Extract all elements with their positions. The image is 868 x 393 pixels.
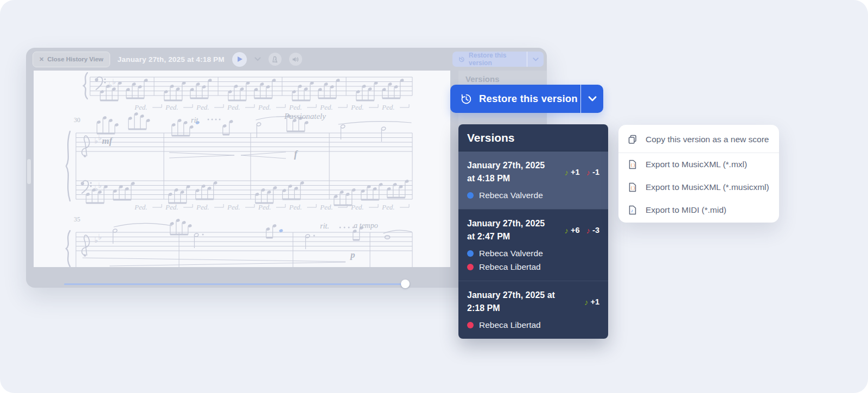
svg-text:Ped.: Ped. bbox=[134, 203, 147, 211]
svg-text:♭: ♭ bbox=[112, 77, 116, 86]
svg-text:Ped.: Ped. bbox=[381, 203, 394, 211]
svg-text:(): () bbox=[630, 163, 635, 167]
notes-removed-badge: ♪-3 bbox=[586, 226, 599, 234]
svg-text:♪: ♪ bbox=[631, 208, 634, 213]
dynamic-mf: mf bbox=[102, 136, 112, 147]
versions-list: January 27th, 2025 at 4:18 PM ♪+1♪-1 Reb… bbox=[458, 151, 608, 339]
speaker-icon bbox=[292, 56, 299, 63]
collaborator-dot bbox=[467, 264, 474, 270]
music-note-icon: ♪ bbox=[586, 226, 591, 234]
version-date-line2: 2:18 PM bbox=[467, 302, 581, 315]
current-version-title: January 27th, 2025 at 4:18 PM bbox=[118, 55, 225, 64]
collaborator-dot bbox=[467, 250, 474, 257]
version-item[interactable]: January 27th, 2025 at 2:47 PM ♪+6♪-3 Reb… bbox=[458, 209, 608, 281]
version-change-badges: ♪+1 bbox=[584, 297, 601, 306]
collaborator-name: Rebeca Valverde bbox=[479, 191, 543, 200]
version-date-line1: January 27th, 2025 bbox=[467, 217, 561, 230]
play-button[interactable] bbox=[232, 52, 247, 67]
restore-history-icon bbox=[458, 56, 465, 63]
collaborator-row: Rebeca Libertad bbox=[467, 262, 601, 272]
musicxml-file-icon: () bbox=[627, 159, 638, 170]
svg-text:(): () bbox=[630, 186, 635, 190]
collaborator-name: Rebeca Libertad bbox=[479, 262, 541, 272]
copy-icon bbox=[627, 134, 638, 145]
chevron-down-icon bbox=[588, 96, 597, 102]
note-count: -1 bbox=[592, 168, 599, 176]
restore-this-version-button-faded[interactable]: Restore this version bbox=[452, 52, 544, 67]
svg-text:Ped.: Ped. bbox=[134, 103, 147, 111]
close-history-view-button[interactable]: ✕ Close History View bbox=[33, 52, 110, 67]
playback-progress-handle[interactable] bbox=[401, 280, 410, 288]
svg-text:♭: ♭ bbox=[94, 184, 98, 193]
notes-added-badge: ♪+1 bbox=[565, 168, 580, 176]
dynamic-f: f bbox=[294, 149, 297, 160]
version-date-line1: January 27th, 2025 bbox=[467, 159, 561, 172]
dynamic-p: p bbox=[350, 250, 355, 261]
version-date-line2: at 4:18 PM bbox=[467, 172, 561, 185]
svg-text:Ped.: Ped. bbox=[165, 103, 178, 111]
note-count: +6 bbox=[571, 226, 580, 234]
collaborator-row: Rebeca Libertad bbox=[467, 320, 601, 330]
svg-text:♭: ♭ bbox=[98, 232, 102, 241]
music-note-icon: ♪ bbox=[584, 298, 589, 306]
rit-marking: rit. bbox=[320, 222, 329, 231]
versions-panel-header: Versions bbox=[458, 124, 608, 151]
svg-text:Ped.: Ped. bbox=[381, 103, 394, 111]
notes-added-badge: ♪+6 bbox=[565, 226, 580, 234]
restore-button-label: Restore this version bbox=[469, 52, 527, 67]
menu-item[interactable]: () Export to MusicXML (*.musicxml) bbox=[618, 176, 779, 199]
versions-panel-title: Versions bbox=[467, 131, 515, 144]
restore-history-icon bbox=[460, 93, 473, 105]
menu-item[interactable]: () Export to MusicXML (*.mxl) bbox=[618, 153, 779, 176]
menu-item[interactable]: ♪ Export to MIDI (*.mid) bbox=[618, 199, 779, 221]
playback-progress-bar[interactable] bbox=[64, 283, 405, 285]
restore-this-version-button[interactable]: Restore this version bbox=[450, 85, 603, 113]
svg-text:Ped.: Ped. bbox=[320, 203, 333, 211]
version-change-badges: ♪+1♪-1 bbox=[565, 168, 601, 176]
music-note-icon: ♪ bbox=[565, 168, 569, 176]
measure-number: 35 bbox=[74, 215, 80, 224]
versions-sidebar-heading: Versions bbox=[465, 74, 500, 84]
menu-item-label: Export to MusicXML (*.mxl) bbox=[646, 160, 747, 169]
vertical-scrollbar-thumb[interactable] bbox=[27, 159, 31, 184]
svg-text:♭: ♭ bbox=[94, 236, 98, 244]
version-collaborators: Rebeca ValverdeRebeca Libertad bbox=[467, 249, 601, 272]
collaborator-dot bbox=[467, 192, 474, 199]
note-count: +1 bbox=[571, 168, 580, 176]
svg-text:Ped.: Ped. bbox=[320, 103, 333, 111]
a-tempo-marking: a tempo bbox=[354, 221, 378, 230]
playback-chevron-down-icon[interactable] bbox=[254, 57, 261, 61]
sheet-music-page: ♭♭Ped.Ped.Ped.Ped.Ped.Ped.Ped.Ped.Ped.♭♭… bbox=[34, 71, 450, 267]
metronome-toggle-button[interactable] bbox=[269, 53, 282, 66]
svg-text:Ped.: Ped. bbox=[289, 103, 302, 111]
history-view-screen: ✕ Close History View January 27th, 2025 … bbox=[0, 0, 868, 393]
svg-text:Ped.: Ped. bbox=[196, 203, 209, 211]
play-icon bbox=[238, 56, 242, 62]
menu-item-label: Copy this version as a new score bbox=[646, 135, 769, 144]
collaborator-name: Rebeca Libertad bbox=[479, 320, 541, 330]
version-collaborators: Rebeca Libertad bbox=[467, 320, 601, 330]
version-item[interactable]: January 27th, 2025 at 2:18 PM ♪+1 Rebeca… bbox=[458, 281, 608, 339]
version-item[interactable]: January 27th, 2025 at 4:18 PM ♪+1♪-1 Reb… bbox=[458, 151, 608, 209]
versions-panel: Versions January 27th, 2025 at 4:18 PM ♪… bbox=[458, 124, 608, 339]
menu-item-label: Export to MIDI (*.mid) bbox=[646, 205, 726, 215]
svg-text:♭: ♭ bbox=[98, 181, 102, 189]
restore-options-chevron-icon[interactable] bbox=[527, 58, 544, 61]
collaborator-dot bbox=[467, 322, 474, 328]
music-note-icon: ♪ bbox=[565, 226, 569, 234]
score-notation: ♭♭Ped.Ped.Ped.Ped.Ped.Ped.Ped.Ped.Ped.♭♭… bbox=[34, 71, 450, 267]
svg-text:Ped.: Ped. bbox=[165, 203, 178, 211]
svg-text:Ped.: Ped. bbox=[258, 103, 271, 111]
svg-text:Ped.: Ped. bbox=[258, 203, 271, 211]
music-note-icon: ♪ bbox=[586, 168, 591, 176]
collaborator-row: Rebeca Valverde bbox=[467, 249, 601, 258]
menu-item[interactable]: Copy this version as a new score bbox=[618, 126, 779, 153]
restore-options-chevron-button[interactable] bbox=[581, 85, 603, 113]
note-count: -3 bbox=[592, 226, 599, 234]
close-icon: ✕ bbox=[39, 56, 44, 63]
svg-text:Ped.: Ped. bbox=[196, 103, 209, 111]
midi-file-icon: ♪ bbox=[627, 205, 638, 215]
svg-text:Ped.: Ped. bbox=[350, 103, 363, 111]
version-date-line2: at 2:47 PM bbox=[467, 230, 561, 243]
volume-button[interactable] bbox=[289, 53, 302, 66]
